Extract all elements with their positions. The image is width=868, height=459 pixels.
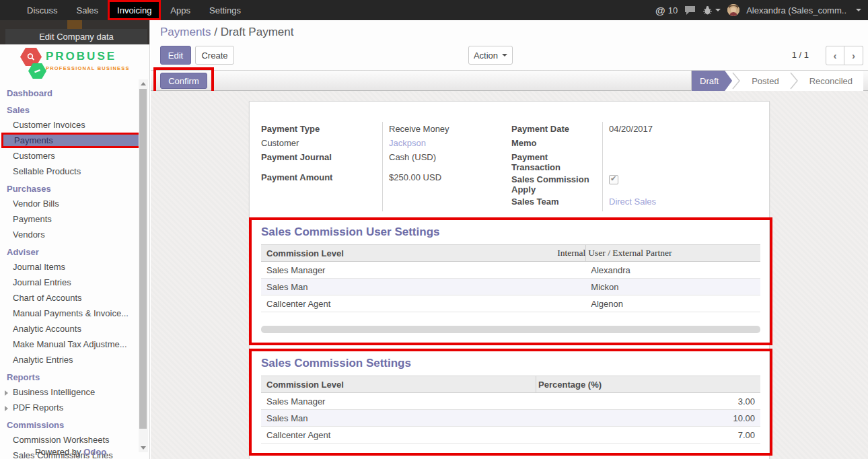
sidebar-item-manual-payments[interactable]: Manual Payments & Invoice... xyxy=(0,306,138,321)
sidebar-item-payments[interactable]: Payments xyxy=(1,133,143,148)
sidebar-item-pdf-reports[interactable]: PDF Reports xyxy=(0,400,138,415)
logo-backdrop xyxy=(67,20,82,29)
user-external-partner-header[interactable]: User / External Partner xyxy=(585,245,760,261)
table-row[interactable]: Callcenter Agent 7.00 xyxy=(261,427,760,444)
commission-level-header[interactable]: Commission Level xyxy=(266,248,344,258)
pager-next-button[interactable]: › xyxy=(844,46,863,65)
user-cell: Alexandra xyxy=(585,265,760,275)
commission-level-header[interactable]: Commission Level xyxy=(261,380,536,390)
statusbar: Draft Posted Reconciled xyxy=(691,71,863,91)
nav-item-invoicing[interactable]: Invoicing xyxy=(108,0,161,20)
form-left-column: Payment Type Receive Money Customer Jack… xyxy=(261,122,511,209)
payment-transaction-value xyxy=(602,150,609,152)
table-row[interactable]: Sales Manager Alexandra xyxy=(261,262,760,279)
sidebar-item-label: Business Intelligence xyxy=(13,387,95,397)
status-step-reconciled[interactable]: Reconciled xyxy=(799,71,863,91)
table-row[interactable]: Sales Man 10.00 xyxy=(261,410,760,427)
payment-transaction-label: Payment Transaction xyxy=(511,150,602,172)
at-icon: @ xyxy=(655,5,665,16)
sidebar-item-sellable-products[interactable]: Sellable Products xyxy=(0,164,138,179)
status-step-posted[interactable]: Posted xyxy=(741,71,789,91)
table-row[interactable]: Sales Man Mickon xyxy=(261,279,760,295)
mentions-counter[interactable]: @ 10 xyxy=(655,5,678,16)
expand-caret-icon xyxy=(5,390,8,396)
pager-previous-button[interactable]: ‹ xyxy=(826,46,844,65)
sales-commission-apply-checkbox[interactable] xyxy=(609,175,618,184)
sidebar-item-commission-worksheets[interactable]: Commission Worksheets xyxy=(0,432,138,448)
powered-by-text: Powered by xyxy=(35,447,81,457)
payment-type-value: Receive Money xyxy=(382,122,449,134)
sidebar-scrollbar[interactable] xyxy=(139,79,148,452)
company-logo[interactable]: PROBUSE PROFESSIONAL BUSINESS xyxy=(0,46,149,81)
sales-team-link[interactable]: Direct Sales xyxy=(602,195,656,207)
payment-type-label: Payment Type xyxy=(261,122,382,134)
sidebar-item-manual-tax-adjustment[interactable]: Make Manual Tax Adjustme... xyxy=(0,337,138,352)
edit-company-button[interactable]: Edit Company data xyxy=(5,29,147,44)
sidebar-item-label: PDF Reports xyxy=(13,402,63,413)
customer-label: Customer xyxy=(261,136,382,148)
sidebar-heading-dashboard[interactable]: Dashboard xyxy=(0,83,138,100)
debug-caret-icon xyxy=(715,9,721,11)
sidebar-item-chart-of-accounts[interactable]: Chart of Accounts xyxy=(0,290,138,306)
scrollbar-thumb[interactable] xyxy=(139,89,147,429)
table-row[interactable]: Callcenter Agent Algenon xyxy=(261,295,760,312)
status-step-draft[interactable]: Draft xyxy=(692,71,732,91)
customer-link[interactable]: Jackpson xyxy=(382,136,426,148)
messages-icon[interactable] xyxy=(684,5,696,15)
breadcrumb-payments-link[interactable]: Payments xyxy=(160,26,211,38)
percentage-cell: 3.00 xyxy=(536,396,760,407)
commission-settings-title: Sales Commission Settings xyxy=(261,357,770,370)
sales-team-label: Sales Team xyxy=(511,195,602,207)
payment-date-label: Payment Date xyxy=(511,122,602,134)
sidebar-heading-reports: Reports xyxy=(0,367,138,384)
commission-settings-section: Sales Commission Settings Commission Lev… xyxy=(249,349,772,456)
nav-item-sales[interactable]: Sales xyxy=(67,0,108,20)
percentage-header[interactable]: Percentage (%) xyxy=(536,376,760,392)
pager-counter: 1 / 1 xyxy=(792,50,809,60)
memo-label: Memo xyxy=(511,136,602,148)
action-dropdown[interactable]: Action xyxy=(468,46,513,65)
nav-item-settings[interactable]: Settings xyxy=(200,0,250,20)
sidebar-item-vendors[interactable]: Vendors xyxy=(0,227,138,242)
sidebar-menu: Dashboard Sales Customer Invoices Paymen… xyxy=(0,81,138,459)
user-menu[interactable]: Alexandra (Sales_comm.. xyxy=(746,5,846,15)
percentage-cell: 7.00 xyxy=(536,430,760,440)
sidebar-item-customers[interactable]: Customers xyxy=(0,148,138,164)
commission-user-settings-title: Sales Commission User Settings xyxy=(261,225,770,239)
scroll-up-icon[interactable] xyxy=(141,82,146,85)
scroll-down-icon[interactable] xyxy=(141,446,146,450)
sidebar-item-business-intelligence[interactable]: Business Intelligence xyxy=(0,384,138,400)
logo-text: PROBUSE PROFESSIONAL BUSINESS xyxy=(46,50,130,71)
table-row[interactable]: Sales Manager 3.00 xyxy=(261,393,760,410)
sidebar-item-journal-items[interactable]: Journal Items xyxy=(0,259,138,275)
commission-user-settings-table: Commission Level Internal User / Externa… xyxy=(261,244,760,312)
payment-amount-label: Payment Amount xyxy=(261,170,382,182)
sidebar-item-analytic-accounts[interactable]: Analytic Accounts xyxy=(0,321,138,337)
sidebar-heading-commissions: Commissions xyxy=(0,415,138,432)
nav-item-discuss[interactable]: Discuss xyxy=(17,0,67,20)
sidebar-item-purchase-payments[interactable]: Payments xyxy=(0,211,138,227)
user-avatar[interactable] xyxy=(727,4,739,16)
edit-button[interactable]: Edit xyxy=(160,46,191,65)
powered-by-odoo[interactable]: Powered by Odoo xyxy=(0,447,141,457)
sidebar-company-header: Edit Company data xyxy=(0,20,149,44)
sidebar-item-vendor-bills[interactable]: Vendor Bills xyxy=(0,196,138,211)
user-cell: Mickon xyxy=(585,282,760,292)
payment-journal-value: Cash (USD) xyxy=(382,150,436,162)
payment-date-value: 04/20/2017 xyxy=(602,122,653,134)
commission-settings-table: Commission Level Percentage (%) Sales Ma… xyxy=(261,376,760,444)
logo-name: PROBUSE xyxy=(46,50,130,63)
sidebar-item-journal-entries[interactable]: Journal Entries xyxy=(0,275,138,290)
sidebar-item-analytic-entries[interactable]: Analytic Entries xyxy=(0,352,138,367)
debug-bug-icon[interactable] xyxy=(702,5,721,15)
sidebar-item-customer-invoices[interactable]: Customer Invoices xyxy=(0,117,138,133)
confirm-button[interactable]: Confirm xyxy=(160,73,207,89)
top-navbar: Discuss Sales Invoicing Apps Settings @ … xyxy=(0,0,868,20)
nav-item-apps[interactable]: Apps xyxy=(161,0,200,20)
horizontal-scrollbar[interactable] xyxy=(261,326,760,333)
create-button[interactable]: Create xyxy=(195,46,234,65)
sales-commission-apply-label: Sales Commission Apply xyxy=(511,172,602,195)
actions-row: Edit Create Action 1 / 1 ‹ › xyxy=(151,46,868,66)
logo-tagline: PROFESSIONAL BUSINESS xyxy=(46,65,130,71)
commission-user-settings-section: Sales Commission User Settings Commissio… xyxy=(249,217,772,345)
